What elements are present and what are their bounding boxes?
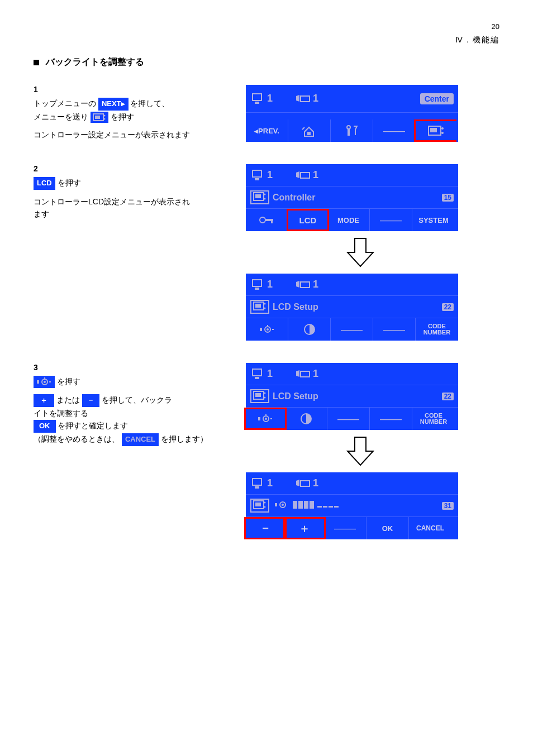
svg-rect-57: [301, 481, 310, 486]
lcd-screen-lcdsetup-1: 1 1 LCD Setup 22: [246, 274, 458, 341]
text: コントローラーLCD設定メニューが表示され: [34, 197, 190, 206]
step-2-number: 2: [34, 164, 235, 173]
plus-button[interactable]: ＋: [283, 517, 326, 539]
svg-rect-46: [255, 393, 261, 397]
contrast-icon[interactable]: [285, 408, 327, 430]
svg-point-3: [103, 118, 105, 119]
step-3-number: 3: [34, 363, 235, 372]
blank-button: ———: [370, 408, 412, 430]
section-heading: バックライトを調整する: [34, 56, 499, 68]
svg-point-2: [103, 114, 105, 116]
blank-button: ———: [327, 408, 370, 430]
controller-icon: [91, 112, 108, 123]
step-1-row: 1 トップメニューの NEXT▸ を押して、 メニューを送り を押す コントロー…: [34, 85, 499, 142]
brightness-button[interactable]: [244, 408, 287, 430]
controller-icon: [250, 499, 269, 513]
device-icon: 1: [251, 368, 273, 380]
tools-icon[interactable]: [331, 119, 373, 142]
brightness-icon[interactable]: [246, 318, 288, 341]
text: ます: [34, 209, 49, 218]
text: を押すと確定します: [58, 421, 128, 430]
svg-rect-44: [301, 371, 310, 377]
svg-point-51: [265, 418, 267, 420]
mode-button[interactable]: MODE: [327, 209, 370, 231]
text: トップメニューの: [34, 99, 96, 108]
page-badge: 22: [442, 393, 454, 400]
blank-button: ———: [373, 119, 416, 142]
text: メニューを送り: [34, 112, 88, 121]
text: 1: [313, 279, 318, 290]
text: 1: [313, 477, 318, 489]
text: NUMBER: [420, 419, 447, 425]
camera-icon: 1: [295, 368, 318, 380]
lcd-button[interactable]: LCD: [287, 209, 329, 231]
code-number-button[interactable]: CODE NUMBER: [412, 408, 455, 430]
contrast-icon[interactable]: [288, 318, 331, 341]
svg-point-64: [282, 504, 284, 506]
step-1-number: 1: [34, 85, 235, 94]
key-icon[interactable]: [246, 209, 288, 231]
svg-rect-43: [255, 377, 259, 379]
page-number: 20: [34, 22, 499, 31]
text: を押す: [57, 377, 80, 386]
text: （調整をやめるときは、: [34, 434, 120, 443]
lcd-button-label: LCD: [34, 177, 55, 190]
svg-point-8: [347, 126, 350, 129]
brightness-icon: [34, 376, 55, 388]
svg-rect-37: [37, 380, 39, 384]
text: 1: [267, 279, 273, 290]
svg-rect-56: [255, 486, 259, 489]
svg-rect-23: [271, 219, 273, 223]
text: 1: [313, 368, 318, 380]
camera-icon: 1: [295, 279, 318, 290]
plus-button-label: ＋: [34, 394, 54, 407]
svg-rect-62: [275, 503, 277, 506]
svg-rect-16: [301, 173, 310, 178]
page-badge: 15: [442, 194, 454, 202]
text: 1: [267, 368, 273, 380]
text: 1: [267, 93, 273, 104]
svg-point-20: [264, 198, 266, 200]
text: 1: [313, 93, 318, 104]
ok-button[interactable]: OK: [367, 517, 409, 539]
screen-title: LCD Setup: [273, 302, 442, 312]
svg-rect-18: [255, 194, 261, 198]
step-3-body: ＋ または − を押して、バックラ イトを調整する OK を押すと確定します （…: [34, 394, 235, 446]
svg-point-19: [264, 194, 266, 195]
svg-point-61: [264, 506, 266, 508]
lcd-screen-controller: 1 1 Controller 15 LCD MODE: [246, 164, 458, 231]
svg-point-39: [44, 381, 46, 383]
svg-point-12: [441, 127, 444, 130]
blank-button: ———: [373, 318, 416, 341]
step-2-text: LCD を押す: [34, 176, 235, 190]
svg-point-29: [264, 303, 266, 305]
system-button[interactable]: SYSTEM: [412, 209, 455, 231]
text: イトを調整する: [34, 409, 88, 418]
prev-button[interactable]: ◂PREV.: [246, 119, 288, 142]
svg-rect-24: [253, 280, 261, 286]
text: を押して、: [130, 99, 169, 108]
text: 1: [267, 477, 273, 489]
svg-rect-15: [255, 178, 259, 180]
minus-button[interactable]: −: [244, 517, 287, 539]
center-badge: Center: [420, 93, 454, 104]
blank-button: ———: [370, 209, 412, 231]
text: 1: [313, 169, 318, 181]
lcd-screen-lcdsetup-2: 1 1 LCD Setup 22: [246, 363, 458, 430]
text: NUMBER: [423, 329, 450, 336]
svg-rect-42: [253, 369, 261, 376]
svg-rect-55: [253, 479, 261, 485]
svg-point-13: [441, 132, 444, 134]
controller-menu-button[interactable]: [414, 119, 456, 142]
arrow-down-icon: [246, 236, 475, 269]
home-lock-icon[interactable]: [288, 119, 331, 142]
svg-rect-28: [255, 304, 261, 308]
screen-title: Controller: [273, 193, 442, 203]
code-number-button[interactable]: CODE NUMBER: [416, 318, 458, 341]
cancel-button[interactable]: CANCEL: [409, 517, 451, 539]
svg-rect-14: [253, 170, 261, 177]
svg-point-30: [264, 308, 266, 309]
controller-icon: [250, 389, 269, 403]
text: を押す: [111, 112, 134, 121]
lcd-screen-top-menu: 1 1 Center ◂PREV. ———: [246, 85, 458, 142]
